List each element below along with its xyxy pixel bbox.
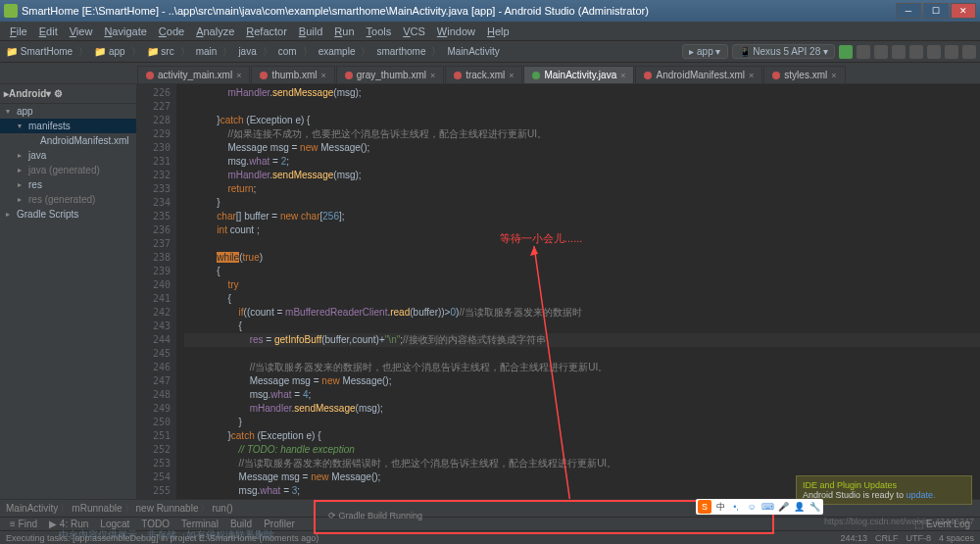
sdk-icon[interactable] <box>945 45 958 59</box>
editor-tab[interactable]: AndroidManifest.xml× <box>635 66 762 83</box>
ime-keyboard-icon[interactable]: ⌨ <box>760 500 774 514</box>
window-titlebar: SmartHome [E:\SmartHome] - ..\app\src\ma… <box>0 0 980 22</box>
menu-view[interactable]: View <box>64 25 99 37</box>
editor-tab[interactable]: thumb.xml× <box>251 66 334 83</box>
notification-title: IDE and Plugin Updates <box>803 480 965 490</box>
crumb-item[interactable]: run() <box>212 503 232 514</box>
ime-punct-icon[interactable]: •, <box>729 500 743 514</box>
tree-node[interactable]: ▸java (generated) <box>0 163 136 177</box>
tree-node[interactable]: ▾app <box>0 104 136 119</box>
menu-vcs[interactable]: VCS <box>397 25 431 37</box>
code-editor[interactable]: 226 227 228 229 230 231 232 233 234 235 … <box>137 84 980 499</box>
menu-run[interactable]: Run <box>328 25 360 37</box>
menu-help[interactable]: Help <box>481 25 515 37</box>
crumb-item[interactable]: new Runnable <box>136 503 199 514</box>
breadcrumb: 📁 SmartHome〉📁 app〉📁 src〉main〉java〉com〉ex… <box>4 45 502 59</box>
window-title: SmartHome [E:\SmartHome] - ..\app\src\ma… <box>22 5 649 17</box>
breadcrumb-item[interactable]: 📁 src <box>145 46 176 57</box>
menu-window[interactable]: Window <box>431 25 481 37</box>
breadcrumb-item[interactable]: 📁 SmartHome <box>4 46 74 57</box>
menu-file[interactable]: File <box>4 25 33 37</box>
editor-tab[interactable]: track.xml× <box>445 66 522 83</box>
toolbar: 📁 SmartHome〉📁 app〉📁 src〉main〉java〉com〉ex… <box>0 41 980 63</box>
annotation-text: 等待一小会儿...... <box>500 231 582 246</box>
breadcrumb-item[interactable]: 📁 app <box>92 46 126 57</box>
breadcrumb-item[interactable]: java <box>236 46 258 57</box>
ime-toolbar[interactable]: S 中 •, ☺ ⌨ 🎤 👤 🔧 <box>696 499 823 515</box>
menu-tools[interactable]: Tools <box>361 25 398 37</box>
status-item: 244:13 <box>840 533 867 543</box>
menu-build[interactable]: Build <box>293 25 328 37</box>
ime-mic-icon[interactable]: 🎤 <box>776 500 790 514</box>
profile-icon[interactable] <box>874 45 888 59</box>
sync-icon[interactable] <box>909 45 923 59</box>
tree-node[interactable]: ▸java <box>0 148 136 163</box>
ime-person-icon[interactable]: 👤 <box>792 500 806 514</box>
menu-bar: FileEditViewNavigateCodeAnalyzeRefactorB… <box>0 22 980 41</box>
update-link[interactable]: update. <box>906 490 936 500</box>
tree-node[interactable]: ▾manifests <box>0 119 136 133</box>
status-item: UTF-8 <box>906 533 931 543</box>
menu-navigate[interactable]: Navigate <box>98 25 152 37</box>
code-area[interactable]: mHandler.sendMessage(msg); }catch (Excep… <box>176 84 980 499</box>
maximize-button[interactable]: ☐ <box>923 3 949 19</box>
ime-lang-icon[interactable]: 中 <box>713 500 727 514</box>
menu-code[interactable]: Code <box>153 25 190 37</box>
minimize-button[interactable]: ─ <box>896 3 921 19</box>
crumb-item[interactable]: mRunnable <box>72 503 122 514</box>
crumb-item[interactable]: MainActivity <box>6 503 58 514</box>
editor-tab[interactable]: gray_thumb.xml× <box>336 66 444 83</box>
tree-node[interactable]: AndroidManifest.xml <box>0 133 136 148</box>
device-combo[interactable]: 📱 Nexus 5 API 28 ▾ <box>732 44 836 59</box>
breadcrumb-item[interactable]: com <box>276 46 299 57</box>
overlay-disclaimer: 中台内容仅供展示，非存储，如有侵权请联系删除 <box>59 528 274 542</box>
editor-tab[interactable]: activity_main.xml× <box>137 66 250 83</box>
notification-body: Android Studio is ready to update. <box>803 490 965 500</box>
watermark: https://blog.csdn.net/weixin_43446247 <box>824 517 974 526</box>
menu-analyze[interactable]: Analyze <box>190 25 240 37</box>
menu-refactor[interactable]: Refactor <box>240 25 293 37</box>
ime-tool-icon[interactable]: 🔧 <box>808 500 821 514</box>
tree-node[interactable]: ▸res (generated) <box>0 192 136 207</box>
breadcrumb-item[interactable]: smarthome <box>374 46 427 57</box>
status-item: 4 spaces <box>939 533 974 543</box>
tree-node[interactable]: ▸res <box>0 177 136 192</box>
menu-edit[interactable]: Edit <box>33 25 64 37</box>
stop-icon[interactable] <box>892 45 906 59</box>
ime-logo-icon[interactable]: S <box>698 500 711 514</box>
search-icon[interactable] <box>962 45 976 59</box>
ime-emoji-icon[interactable]: ☺ <box>745 500 759 514</box>
tool-tab[interactable]: ≡ Find <box>4 519 43 529</box>
build-status: ⟳ Gradle Build Running <box>328 511 422 520</box>
project-tree[interactable]: ▸ Android ▾ ⚙ ▾app▾manifestsAndroidManif… <box>0 84 137 499</box>
breadcrumb-item[interactable]: example <box>317 46 358 57</box>
gutter: 226 227 228 229 230 231 232 233 234 235 … <box>137 84 176 499</box>
tree-node[interactable]: ▸Gradle Scripts <box>0 207 136 222</box>
run-config-combo[interactable]: ▸ app ▾ <box>682 44 727 59</box>
avd-icon[interactable] <box>927 45 941 59</box>
app-icon <box>4 4 18 18</box>
debug-icon[interactable] <box>857 45 870 59</box>
project-tree-header[interactable]: ▸ Android ▾ ⚙ <box>0 84 136 104</box>
breadcrumb-item[interactable]: main <box>194 46 220 57</box>
editor-tabs: activity_main.xml×thumb.xml×gray_thumb.x… <box>0 63 980 84</box>
close-button[interactable]: ✕ <box>951 3 976 19</box>
editor-tab[interactable]: MainActivity.java× <box>523 66 634 83</box>
run-icon[interactable] <box>839 45 853 59</box>
editor-tab[interactable]: styles.xml× <box>763 66 845 83</box>
status-item: CRLF <box>875 533 899 543</box>
breadcrumb-item[interactable]: MainActivity <box>445 46 501 57</box>
